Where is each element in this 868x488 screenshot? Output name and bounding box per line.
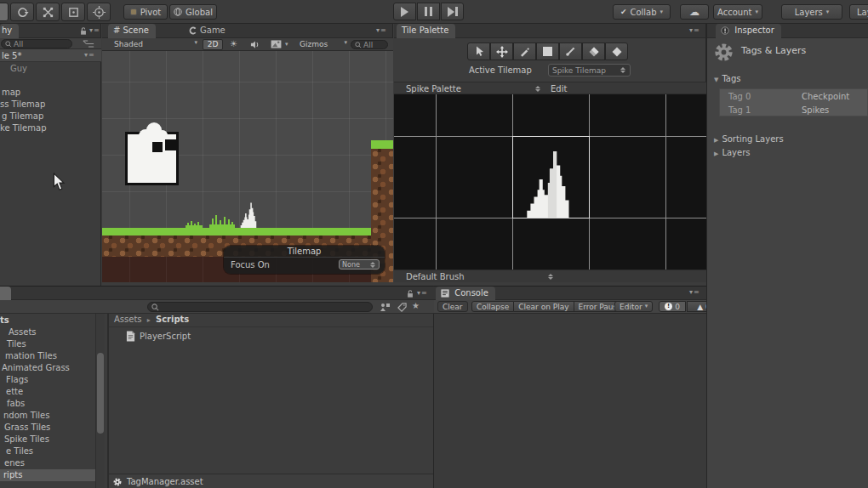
hierarchy-scene-row[interactable]: le 5* ▾≡ — [0, 49, 101, 62]
pivot-button[interactable]: Pivot — [123, 4, 168, 20]
default-brush-dropdown[interactable]: Default Brush — [406, 272, 465, 281]
hierarchy-item-guy[interactable]: Guy — [10, 64, 27, 73]
folder-row[interactable]: ette — [6, 386, 95, 398]
shading-dropdown[interactable]: Shaded▾ — [114, 40, 197, 48]
label-icon[interactable] — [397, 303, 407, 312]
mode-2d-toggle[interactable]: 2D — [203, 39, 223, 50]
info-count-badge[interactable]: ! 0 — [659, 301, 686, 312]
picker-tool-button[interactable] — [559, 43, 582, 60]
panel-menu-icon[interactable]: ▾≡ — [417, 289, 428, 297]
console-log-area[interactable] — [434, 314, 706, 488]
asset-item[interactable]: PlayerScript — [126, 331, 433, 342]
asset-filter-icon[interactable] — [380, 303, 391, 311]
fill-tool-button[interactable] — [605, 43, 628, 60]
folder-row[interactable]: Animated Grass — [2, 362, 95, 374]
move-tool-button[interactable] — [0, 3, 9, 21]
folder-row[interactable]: ts — [0, 315, 95, 326]
hierarchy-item-spike-tilemap[interactable]: ke Tilemap — [0, 123, 47, 133]
folder-row[interactable]: ndom Tiles — [3, 410, 95, 422]
folder-row[interactable]: Spike Tiles — [4, 434, 95, 445]
folder-row[interactable]: enes — [4, 457, 95, 469]
layers-button[interactable]: Layers ▾ — [781, 4, 842, 20]
sun-icon[interactable]: ☀ — [230, 39, 237, 48]
tab-tile-palette[interactable]: Tile Palette — [397, 24, 455, 38]
transform-tool-button[interactable] — [87, 3, 111, 21]
audio-icon[interactable] — [250, 40, 260, 49]
hierarchy-panel: hy ▾≡ All le 5* ▾≡ Guy map ss Tilemap g … — [0, 24, 101, 289]
pause-button[interactable] — [417, 3, 440, 20]
box-fill-tool-button[interactable] — [536, 43, 559, 60]
breadcrumb-current[interactable]: Scripts — [156, 315, 189, 324]
breadcrumb-root[interactable]: Assets — [114, 315, 142, 324]
tags-foldout[interactable]: ▼Tags — [714, 74, 741, 83]
folder-row[interactable]: e Tiles — [6, 445, 95, 457]
clear-on-play-button[interactable]: Clear on Play — [514, 301, 574, 312]
cloud-button[interactable]: ☁ — [680, 4, 709, 20]
hierarchy-item-grass-tilemap[interactable]: ss Tilemap — [0, 99, 45, 109]
palette-grid[interactable] — [394, 94, 706, 270]
scrollbar-track[interactable] — [95, 314, 105, 488]
lock-icon[interactable] — [79, 26, 88, 36]
folder-row[interactable]: Tiles — [7, 338, 95, 350]
selected-tile-cell[interactable] — [512, 136, 590, 218]
folder-row-selected[interactable]: ripts — [0, 469, 95, 481]
panel-menu-icon[interactable]: ▾≡ — [89, 26, 100, 34]
panel-menu-icon[interactable]: ▾≡ — [376, 26, 387, 34]
tag-row[interactable]: Tag 0 Checkpoint — [720, 89, 867, 103]
step-button[interactable] — [441, 3, 464, 20]
gizmos-dropdown[interactable]: Gizmos▾ — [300, 40, 347, 48]
global-button[interactable]: Global — [169, 4, 217, 20]
layout-button[interactable]: Lay — [849, 4, 868, 20]
folder-row[interactable]: Flags — [6, 374, 95, 386]
layers-foldout[interactable]: ▶Layers — [714, 148, 750, 157]
play-button[interactable] — [393, 3, 416, 20]
tab-hierarchy[interactable]: hy — [0, 24, 19, 38]
collapse-button[interactable]: Collapse — [471, 301, 514, 312]
hierarchy-item-tilemap[interactable]: map — [2, 88, 20, 97]
tab-scene[interactable]: #Scene — [108, 24, 156, 38]
tab-console[interactable]: Console — [436, 287, 495, 300]
star-icon[interactable]: ★ — [412, 301, 420, 310]
selected-asset-bar[interactable]: TagManager.asset — [109, 474, 433, 488]
move-tile-tool-button[interactable] — [490, 43, 513, 60]
scrollbar-thumb[interactable] — [97, 353, 104, 434]
folder-row[interactable]: mation Tiles — [5, 350, 95, 362]
focus-on-dropdown[interactable]: None — [339, 259, 380, 270]
tab-inspector[interactable]: Inspector — [716, 24, 781, 38]
editor-dropdown[interactable]: Editor▾ — [614, 301, 653, 312]
active-tilemap-dropdown[interactable]: Spike Tilemap — [548, 64, 631, 77]
lock-icon[interactable] — [406, 289, 414, 298]
chevron-down-icon[interactable]: ▾ — [285, 42, 288, 48]
console-icon — [441, 289, 449, 298]
brush-tool-button[interactable] — [513, 43, 536, 60]
edit-palette-button[interactable]: Edit — [551, 84, 567, 94]
rect-tool-button[interactable] — [61, 3, 85, 21]
project-search-input[interactable] — [147, 302, 373, 312]
panel-menu-icon[interactable]: ▾≡ — [84, 51, 95, 59]
eraser-tool-button[interactable] — [582, 43, 605, 60]
panel-menu-icon[interactable]: ▾≡ — [689, 26, 700, 34]
panel-menu-icon[interactable]: ▾≡ — [689, 288, 700, 296]
clear-button[interactable]: Clear — [437, 301, 468, 312]
tab-project[interactable] — [0, 287, 11, 300]
palette-dropdown[interactable]: Spike Palette — [406, 84, 461, 94]
folder-row[interactable]: Grass Tiles — [4, 422, 95, 434]
sorting-layers-foldout[interactable]: ▶Sorting Layers — [714, 134, 784, 144]
account-button[interactable]: Account ▾ — [713, 4, 762, 20]
warning-count-badge[interactable]: ▲ 0 — [687, 301, 706, 312]
hierarchy-search-input[interactable]: All — [1, 39, 72, 48]
rotate-tool-button[interactable] — [10, 3, 34, 21]
image-icon[interactable] — [271, 40, 282, 48]
folder-row[interactable]: fabs — [7, 398, 95, 410]
sort-icon[interactable] — [83, 40, 94, 48]
folder-row[interactable]: Assets — [9, 326, 95, 338]
hierarchy-item-bg-tilemap[interactable]: g Tilemap — [2, 111, 43, 121]
scene-viewport[interactable]: Tilemap Focus On None — [102, 51, 393, 282]
select-tool-button[interactable] — [467, 43, 490, 60]
tag-row[interactable]: Tag 1 Spikes — [720, 103, 867, 116]
step-icon — [448, 7, 458, 17]
scale-tool-button[interactable] — [36, 3, 60, 21]
collab-button[interactable]: ✔ Collab ▾ — [613, 4, 671, 20]
tab-game[interactable]: Game — [184, 24, 232, 38]
scene-search-input[interactable]: All — [351, 40, 388, 49]
